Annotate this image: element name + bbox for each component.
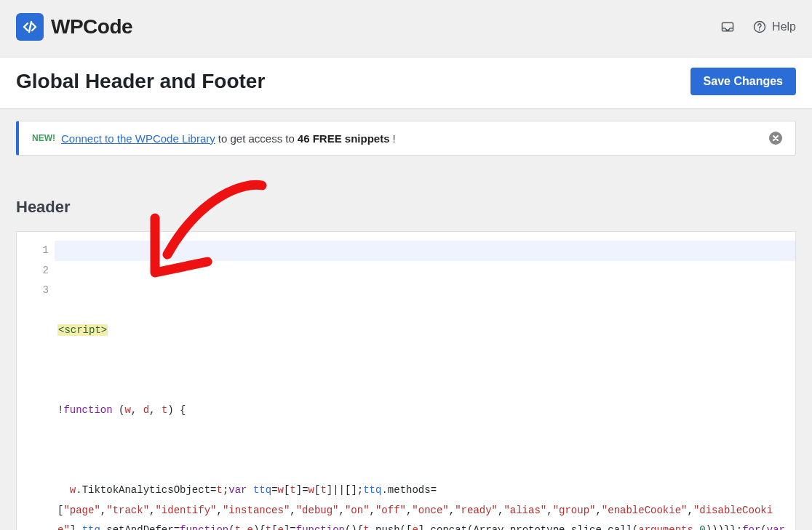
svg-point-2 [759,29,760,31]
code-line-3: w.TiktokAnalyticsObject=t;var ttq=w[t]=w… [57,481,791,530]
help-link[interactable]: Help [752,19,796,35]
line-number: 1 [17,241,49,261]
header-code-editor[interactable]: 1 2 3 <script> !function (w, d, t) { w.T… [16,231,796,530]
line-number: 2 [17,261,49,281]
brand-name: WPCode [51,15,132,39]
top-bar: WPCode Help [0,0,812,57]
header-section-label: Header [16,198,796,217]
code-line-1: <script> [57,321,791,341]
notice-bold: 46 FREE snippets [298,132,390,145]
logo-icon [16,13,44,41]
notice-end: ! [393,132,396,145]
notice-mid: to get access to [218,132,295,145]
save-button[interactable]: Save Changes [690,68,796,95]
content-area: NEW! Connect to the WPCode Library to ge… [0,109,812,530]
top-actions: Help [720,19,796,35]
inbox-icon[interactable] [720,19,736,35]
new-badge: NEW! [32,133,55,143]
dismiss-notice-button[interactable] [769,132,782,145]
help-icon [752,19,768,35]
page-title: Global Header and Footer [16,70,265,93]
title-bar: Global Header and Footer Save Changes [0,57,812,109]
library-notice: NEW! Connect to the WPCode Library to ge… [16,121,796,156]
notice-text: NEW! Connect to the WPCode Library to ge… [32,132,396,145]
line-gutter: 1 2 3 [17,232,55,530]
brand-logo: WPCode [16,13,132,41]
line-number: 3 [17,281,49,301]
code-line-2: !function (w, d, t) { [57,401,791,421]
help-label: Help [772,20,796,33]
active-line-highlight [55,241,795,261]
connect-library-link[interactable]: Connect to the WPCode Library [61,132,215,145]
code-area[interactable]: <script> !function (w, d, t) { w.TiktokA… [55,232,795,530]
